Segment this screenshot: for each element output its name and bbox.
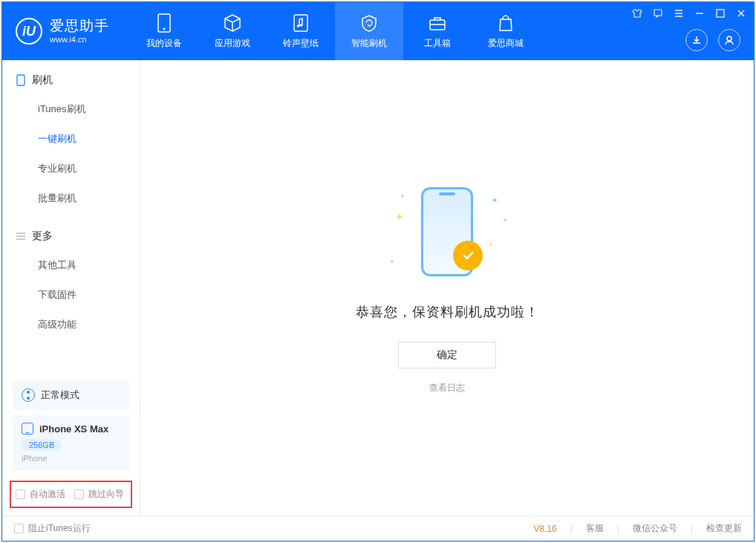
nav-store[interactable]: 爱思商城 [472,2,540,60]
device-mode-card[interactable]: 正常模式 [13,381,129,409]
footer-link-support[interactable]: 客服 [586,522,604,535]
check-icon [453,241,483,270]
checkbox-auto-activate[interactable]: 自动激活 [16,488,65,501]
sidebar-item-download-firmware[interactable]: 下载固件 [2,280,140,310]
checkbox-box-icon [74,490,84,499]
device-small-icon [22,423,33,435]
top-nav: 我的设备 应用游戏 铃声壁纸 智能刷机 工具箱 爱思商城 [130,2,540,60]
svg-point-3 [297,25,300,27]
svg-rect-6 [654,10,662,16]
device-mode-label: 正常模式 [41,388,79,402]
checkbox-block-itunes[interactable]: 阻止iTunes运行 [14,522,91,535]
svg-point-8 [727,36,731,41]
highlighted-options: 自动激活 跳过向导 [10,481,132,508]
mode-icon [22,388,35,402]
nav-ringtones[interactable]: 铃声壁纸 [267,2,335,60]
footer-link-wechat[interactable]: 微信公众号 [633,522,677,535]
device-icon [154,13,174,33]
user-button[interactable] [718,29,740,51]
success-message: 恭喜您，保资料刷机成功啦！ [356,303,539,321]
music-icon [291,13,310,33]
statusbar: 阻止iTunes运行 V8.16 | 客服 | 微信公众号 | 检查更新 [2,516,754,541]
close-button[interactable] [734,7,748,20]
minimize-button[interactable] [693,7,706,20]
maximize-button[interactable] [714,7,727,20]
app-subtitle: www.i4.cn [50,35,109,45]
main-content: ✦✦✦ 恭喜您，保资料刷机成功啦！ 确定 查看日志 [140,60,754,516]
window-controls [630,7,748,20]
download-button[interactable] [685,29,708,51]
sidebar-item-pro-flash[interactable]: 专业刷机 [2,154,140,183]
checkbox-box-icon [16,490,25,499]
device-type: iPhone [22,454,120,463]
bag-icon [496,13,515,33]
refresh-icon [359,13,379,33]
sidebar-item-oneclick-flash[interactable]: 一键刷机 [2,124,140,154]
phone-small-icon [16,75,26,85]
svg-rect-2 [294,15,307,31]
success-illustration: ✦✦✦ [380,181,514,285]
device-card[interactable]: iPhone XS Max 256GB iPhone [13,415,129,470]
version-label: V8.16 [533,524,556,534]
svg-point-1 [163,27,166,30]
sidebar-item-itunes-flash[interactable]: iTunes刷机 [2,94,140,124]
nav-smart-flash[interactable]: 智能刷机 [335,2,403,60]
checkbox-box-icon [14,524,24,533]
view-log-link[interactable]: 查看日志 [429,382,465,394]
logo-icon: iU [16,18,42,45]
logo: iU 爱思助手 www.i4.cn [2,18,123,45]
nav-toolbox[interactable]: 工具箱 [403,2,472,60]
device-storage-badge: 256GB [22,439,62,451]
sidebar: 刷机 iTunes刷机 一键刷机 专业刷机 批量刷机 更多 其他工具 下载固件 … [2,60,140,516]
app-title: 爱思助手 [50,18,109,35]
menu-icon[interactable] [672,7,685,20]
cube-icon [223,13,242,33]
sidebar-item-other-tools[interactable]: 其他工具 [2,250,140,280]
sidebar-item-batch-flash[interactable]: 批量刷机 [2,183,140,213]
checkbox-skip-guide[interactable]: 跳过向导 [74,488,124,501]
footer-link-update[interactable]: 检查更新 [706,522,742,535]
nav-apps-games[interactable]: 应用游戏 [198,2,267,60]
svg-rect-9 [17,75,25,85]
svg-point-4 [300,24,303,27]
nav-my-device[interactable]: 我的设备 [130,2,198,60]
sidebar-item-advanced[interactable]: 高级功能 [2,310,140,339]
device-name: iPhone XS Max [39,423,108,435]
feedback-icon[interactable] [651,7,665,20]
titlebar: iU 爱思助手 www.i4.cn 我的设备 应用游戏 铃声壁纸 智能刷机 [2,2,754,60]
list-icon [16,231,26,241]
sidebar-section-more: 更多 [2,219,140,250]
sidebar-section-flash: 刷机 [2,63,140,94]
svg-rect-7 [717,10,724,17]
ok-button[interactable]: 确定 [398,342,496,368]
toolbox-icon [428,13,447,33]
skin-icon[interactable] [630,7,644,20]
